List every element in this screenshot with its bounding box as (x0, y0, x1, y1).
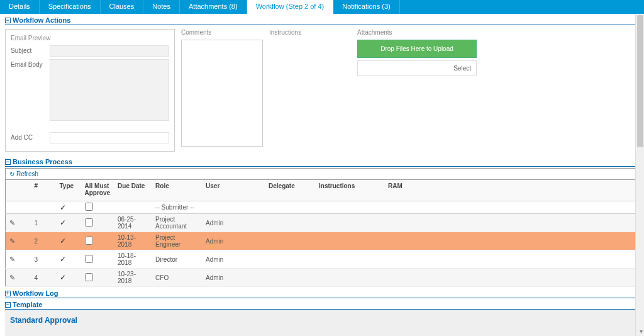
check-icon: ✓ (60, 203, 66, 212)
business-process-section: − Business Process ↻ Refresh # Type All … (5, 158, 639, 287)
subject-input[interactable] (50, 45, 169, 57)
section-title: Workflow Actions (13, 16, 70, 24)
col-delegate[interactable]: Delegate (265, 180, 315, 201)
expand-icon[interactable]: + (5, 291, 11, 296)
collapse-icon[interactable]: − (5, 302, 11, 308)
collapse-icon[interactable]: − (5, 18, 11, 23)
tab-notifications[interactable]: Notifications (3) (333, 0, 399, 14)
tab-clauses[interactable]: Clauses (101, 0, 144, 14)
col-role[interactable]: Role (152, 180, 202, 201)
must-approve-checkbox[interactable] (85, 273, 93, 281)
dropzone[interactable]: Drop Files Here to Upload (357, 40, 477, 58)
edit-icon[interactable]: ✎ (9, 219, 15, 227)
addcc-input[interactable] (50, 132, 169, 143)
col-ram[interactable]: RAM (384, 180, 638, 201)
body-label: Email Body (11, 59, 50, 68)
tab-notes[interactable]: Notes (143, 0, 180, 14)
col-due[interactable]: Due Date (114, 180, 152, 201)
check-icon: ✓ (60, 218, 66, 227)
tab-attachments[interactable]: Attachments (8) (180, 0, 247, 14)
select-file-button[interactable]: Select (357, 60, 477, 76)
template-title: Standard Approval (10, 316, 634, 325)
check-icon: ✓ (60, 237, 66, 245)
body-textarea[interactable] (50, 59, 169, 121)
edit-icon[interactable]: ✎ (9, 255, 15, 263)
col-instr[interactable]: Instructions (315, 180, 384, 201)
business-process-table: # Type All Must Approve Due Date Role Us… (5, 179, 639, 287)
template-body: Standard Approval Roles Names Submitter … (5, 310, 639, 336)
table-row[interactable]: ✎ 3 ✓ 10-18-2018 Director Admin (6, 250, 639, 269)
col-must[interactable]: All Must Approve (81, 180, 114, 201)
refresh-icon: ↻ (9, 171, 14, 177)
chevron-down-icon[interactable]: ▾ (640, 328, 643, 335)
must-approve-all-checkbox[interactable] (85, 203, 93, 211)
tab-specifications[interactable]: Specifications (40, 0, 101, 14)
attachments-panel: Attachments Drop Files Here to Upload Se… (357, 29, 477, 152)
addcc-label: Add CC (11, 132, 50, 141)
section-title: Workflow Log (13, 289, 58, 297)
refresh-button[interactable]: ↻ Refresh (5, 168, 639, 179)
col-edit (6, 180, 31, 201)
section-title: Template (13, 301, 42, 308)
tab-bar: Details Specifications Clauses Notes Att… (0, 0, 644, 14)
edit-icon[interactable]: ✎ (9, 237, 15, 245)
workflow-log-section: + Workflow Log (5, 289, 639, 298)
tab-workflow[interactable]: Workflow (Step 2 of 4) (247, 0, 334, 14)
filter-row: ✓ -- Submitter -- (6, 201, 639, 214)
must-approve-checkbox[interactable] (85, 255, 93, 263)
attachments-label: Attachments (357, 29, 477, 36)
table-row[interactable]: ✎ 2 ✓ 10-13-2018 Project Engineer Admin (6, 232, 639, 250)
table-row[interactable]: ✎ 4 ✓ 10-23-2018 CFO Admin (6, 269, 639, 287)
col-type[interactable]: Type (56, 180, 81, 201)
must-approve-checkbox[interactable] (85, 237, 93, 245)
check-icon: ✓ (60, 255, 66, 264)
edit-icon[interactable]: ✎ (9, 274, 15, 281)
instructions-panel: Instructions (269, 29, 351, 152)
scroll-thumb[interactable] (637, 15, 643, 147)
template-section: − Template (5, 301, 639, 310)
workflow-diagram: Submitter → Project Accountant → Project… (79, 333, 634, 336)
collapse-icon[interactable]: − (5, 159, 11, 165)
section-title: Business Process (13, 158, 72, 165)
comments-panel: Comments (181, 29, 263, 152)
subject-label: Subject (11, 45, 50, 54)
must-approve-checkbox[interactable] (85, 218, 93, 227)
workflow-actions-section: − Workflow Actions Email Preview Subject… (5, 16, 639, 155)
email-preview-panel: Email Preview Subject Email Body Add CC (5, 29, 175, 152)
instructions-label: Instructions (269, 29, 351, 36)
table-row[interactable]: ✎ 1 ✓ 06-25-2014 Project Accountant Admi… (6, 214, 639, 232)
filter-role: -- Submitter -- (152, 201, 202, 214)
tab-details[interactable]: Details (0, 0, 40, 14)
comments-textarea[interactable] (181, 40, 263, 147)
vertical-scrollbar[interactable] (635, 14, 644, 336)
comments-label: Comments (181, 29, 263, 36)
col-num[interactable]: # (31, 180, 56, 201)
check-icon: ✓ (60, 273, 66, 282)
col-user[interactable]: User (202, 180, 265, 201)
email-preview-label: Email Preview (11, 35, 169, 42)
